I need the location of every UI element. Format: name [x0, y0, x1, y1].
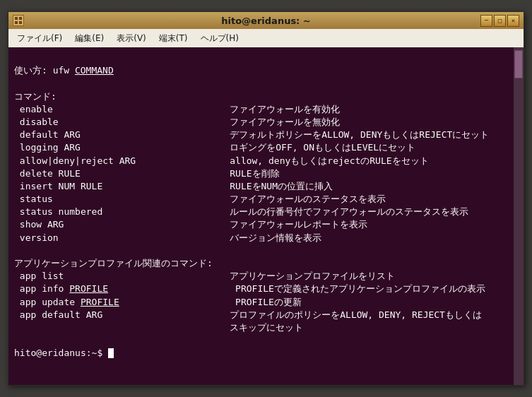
cmd-status-numbered: status numbered ルールの行番号付でファイアウォールのステータスを…	[14, 206, 468, 217]
title-bar: hito@eridanus: ~ ─ □ ✕	[8, 12, 524, 29]
menu-edit[interactable]: 編集(E)	[69, 31, 110, 46]
svg-rect-0	[15, 17, 18, 20]
cmd-default: default ARG デフォルトポリシーをALLOW, DENYもしくはREJ…	[14, 129, 489, 140]
cmd-allow: allow|deny|reject ARG allow, denyもしくはrej…	[14, 155, 429, 166]
close-button[interactable]: ✕	[507, 15, 519, 27]
svg-rect-2	[15, 21, 18, 24]
cmd-status: status ファイアウォールのステータスを表示	[14, 194, 386, 204]
menu-file[interactable]: ファイル(F)	[11, 31, 68, 46]
cmd-app-list: app list アプリケーションプロファイルをリスト	[14, 271, 395, 281]
scrollbar-thumb[interactable]	[514, 50, 523, 78]
cursor-block	[108, 348, 114, 358]
terminal-area: 使い方: ufw COMMAND コマンド: enable ファイアウォールを有…	[8, 47, 524, 385]
cmd-app-update: app update PROFILE PROFILEの更新	[14, 297, 302, 307]
cmd-delete: delete RULE RULEを削除	[14, 168, 280, 179]
title-bar-left	[13, 15, 24, 26]
menu-bar: ファイル(F) 編集(E) 表示(V) 端末(T) ヘルプ(H)	[8, 29, 524, 47]
cmd-version: version バージョン情報を表示	[14, 232, 321, 243]
cmd-insert: insert NUM RULE RULEをNUMの位置に挿入	[14, 181, 333, 191]
menu-help[interactable]: ヘルプ(H)	[195, 31, 244, 46]
window-title: hito@eridanus: ~	[221, 16, 310, 26]
scrollbar[interactable]	[514, 47, 524, 385]
maximize-button[interactable]: □	[494, 15, 506, 27]
window-icon	[13, 15, 24, 26]
cmd-disable: disable ファイアウォールを無効化	[14, 117, 340, 127]
usage-line: 使い方: ufw COMMAND	[14, 65, 114, 76]
terminal-window: hito@eridanus: ~ ─ □ ✕ ファイル(F) 編集(E) 表示(…	[8, 11, 524, 386]
title-bar-buttons: ─ □ ✕	[480, 15, 519, 27]
menu-terminal[interactable]: 端末(T)	[153, 31, 194, 46]
svg-rect-1	[19, 17, 22, 20]
cmd-enable: enable ファイアウォールを有効化	[14, 104, 340, 114]
cmd-logging: logging ARG ロギングをOFF, ONもしくはLEVELにセット	[14, 142, 415, 153]
menu-view[interactable]: 表示(V)	[111, 31, 152, 46]
cmd-app-default: app default ARG プロファイルのポリシーをALLOW, DENY,…	[14, 309, 482, 333]
cmd-app-info: app info PROFILE PROFILEで定義されたアプリケーションプロ…	[14, 283, 485, 294]
terminal-prompt: hito@eridanus:~$	[14, 348, 114, 358]
commands-header: コマンド:	[14, 91, 57, 102]
app-commands-header: アプリケーションプロファイル関連のコマンド:	[14, 258, 213, 268]
terminal-output[interactable]: 使い方: ufw COMMAND コマンド: enable ファイアウォールを有…	[8, 47, 514, 385]
svg-rect-3	[19, 21, 22, 24]
cmd-show: show ARG ファイアウォールレポートを表示	[14, 219, 367, 230]
minimize-button[interactable]: ─	[480, 15, 492, 27]
